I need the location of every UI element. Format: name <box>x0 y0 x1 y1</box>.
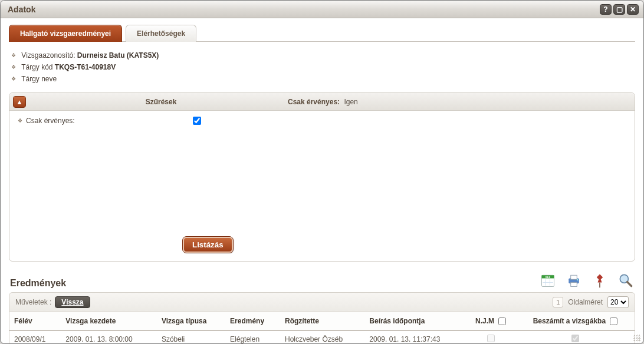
table-body: 2008/09/1 2009. 01. 13. 8:00:00 Szóbeli … <box>9 330 635 343</box>
filter-valid-label: Csak érvényes: <box>18 117 75 125</box>
tab-strip: Hallgató vizsgaeredményei Elérhetőségek <box>9 24 635 42</box>
value: Igen <box>344 98 357 106</box>
col-beiras[interactable]: Beírás időpontja <box>364 312 465 330</box>
titlebar: Adatok ? ▢ ✕ <box>1 1 643 18</box>
ops-label: Műveletek : <box>15 298 51 306</box>
window-title: Adatok <box>8 5 600 14</box>
page-size-label: Oldalméret <box>568 298 603 306</box>
svg-text:XLS: XLS <box>546 276 551 279</box>
list-button[interactable]: Listázás <box>183 237 233 253</box>
pin-icon[interactable] <box>592 272 608 289</box>
operations-bar-top: Műveletek : Vissza 1 Oldalméret 20 <box>9 292 635 312</box>
cell-tipus: Szóbeli <box>157 330 225 343</box>
results-table: Félév Vizsga kezdete Vizsga típusa Eredm… <box>9 312 635 343</box>
njm-header-checkbox[interactable] <box>498 317 506 325</box>
table-header-row: Félév Vizsga kezdete Vizsga típusa Eredm… <box>9 312 635 330</box>
tab-label: Hallgató vizsgaeredményei <box>20 29 111 38</box>
njm-checkbox <box>487 335 495 342</box>
maximize-button[interactable]: ▢ <box>613 4 625 15</box>
label: Tárgy kód <box>21 63 52 71</box>
col-rogzitette[interactable]: Rögzítette <box>280 312 364 330</box>
svg-point-9 <box>577 279 578 280</box>
filter-header: ▲ Szűrések Csak érvényes: Igen <box>9 93 635 111</box>
cell-kezdet: 2009. 01. 13. 8:00:00 <box>61 330 157 343</box>
cell-beiras: 2009. 01. 13. 11:37:43 <box>364 330 465 343</box>
chevron-up-icon: ▲ <box>17 98 23 105</box>
search-icon[interactable] <box>617 272 634 289</box>
info-subject-name: Tárgy neve <box>11 75 633 83</box>
svg-rect-7 <box>571 275 577 279</box>
table-row: 2008/09/1 2009. 01. 13. 8:00:00 Szóbeli … <box>9 330 635 343</box>
value: TKQS-T61-40918V <box>55 63 116 71</box>
tab-exam-results[interactable]: Hallgató vizsgaeredményei <box>9 25 122 42</box>
filter-body: Csak érvényes: Listázás <box>9 111 635 261</box>
page-size-select[interactable]: 20 <box>607 296 629 308</box>
label: Tárgy neve <box>21 75 57 83</box>
svg-rect-8 <box>571 283 577 287</box>
button-label: Listázás <box>192 240 224 249</box>
back-button-top[interactable]: Vissza <box>55 296 90 308</box>
help-button[interactable]: ? <box>600 4 612 15</box>
col-njm[interactable]: N.J.M <box>465 312 516 330</box>
info-exam-id: Vizsgaazonosító: Durneisz Batu (KATS5X) <box>11 51 633 59</box>
col-beszamit[interactable]: Beszámít a vizsgákba <box>516 312 635 330</box>
filter-panel: ▲ Szűrések Csak érvényes: Igen Csak érvé… <box>9 92 635 262</box>
svg-line-12 <box>627 282 632 286</box>
tab-label: Elérhetőségek <box>137 29 185 38</box>
cell-njm <box>465 330 516 343</box>
collapse-button[interactable]: ▲ <box>13 96 26 108</box>
label: Csak érvényes: <box>288 98 340 106</box>
col-tipus[interactable]: Vizsga típusa <box>157 312 225 330</box>
resize-grip-icon[interactable] <box>633 334 641 342</box>
print-icon[interactable] <box>566 272 582 289</box>
col-label: Beszámít a vizsgákba <box>533 317 606 325</box>
results-header-row: Eredmények XLS <box>10 272 634 289</box>
results-title: Eredmények <box>10 278 66 289</box>
modal-window: Adatok ? ▢ ✕ Hallgató vizsgaeredményei E… <box>0 0 644 344</box>
col-kezdet[interactable]: Vizsga kezdete <box>61 312 157 330</box>
content-area: Hallgató vizsgaeredményei Elérhetőségek … <box>1 18 643 343</box>
label: Vizsgaazonosító: <box>21 51 75 59</box>
info-subject-code: Tárgy kód TKQS-T61-40918V <box>11 63 633 71</box>
filter-title: Szűrések <box>34 98 288 106</box>
cell-felev: 2008/09/1 <box>9 330 61 343</box>
col-felev[interactable]: Félév <box>9 312 61 330</box>
col-label: N.J.M <box>475 317 494 325</box>
filter-valid-checkbox[interactable] <box>193 117 201 125</box>
filter-summary: Csak érvényes: Igen <box>288 98 358 106</box>
cell-rogzitette: Holczveber Özséb <box>280 330 364 343</box>
beszamit-header-checkbox[interactable] <box>610 317 617 325</box>
close-button[interactable]: ✕ <box>627 4 639 15</box>
button-label: Vissza <box>61 298 83 306</box>
tab-contacts[interactable]: Elérhetőségek <box>126 25 196 42</box>
toolbar-icons: XLS <box>540 272 634 289</box>
page-number[interactable]: 1 <box>553 297 563 307</box>
cell-eredmeny: Elégtelen <box>225 330 280 343</box>
beszamit-checkbox <box>571 335 579 342</box>
export-xls-icon[interactable]: XLS <box>540 272 556 289</box>
cell-beszamit <box>516 330 635 343</box>
window-buttons: ? ▢ ✕ <box>600 4 639 15</box>
col-eredmeny[interactable]: Eredmény <box>225 312 280 330</box>
value: Durneisz Batu (KATS5X) <box>77 51 159 59</box>
